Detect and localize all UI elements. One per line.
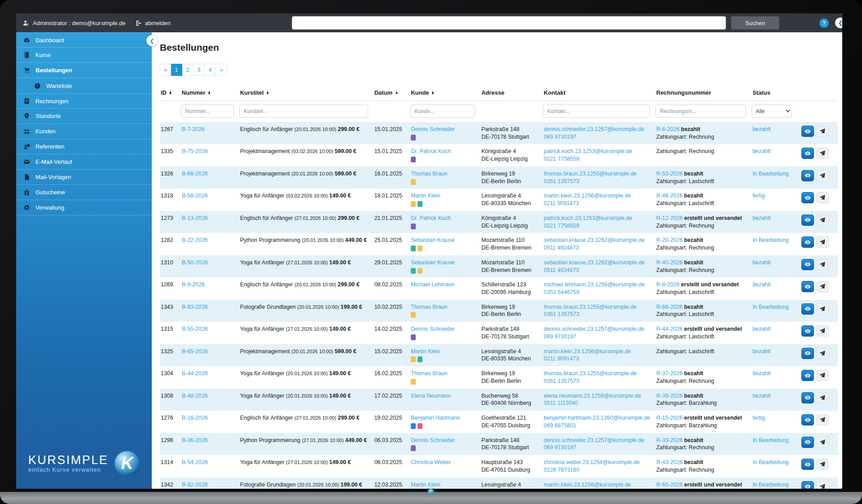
order-number-link[interactable]: B-75-2026 [182,148,208,154]
pagination-page-3[interactable]: 3 [194,64,205,76]
send-order-button[interactable] [816,348,829,359]
pagination-page-4[interactable]: 4 [205,64,216,76]
view-order-button[interactable] [801,370,814,381]
view-order-button[interactable] [801,281,814,292]
sidebar-item-standorte[interactable]: Standorte [16,109,152,124]
view-order-button[interactable] [801,392,814,403]
customer-link[interactable]: Thomas Braun [411,370,447,377]
send-order-button[interactable] [816,259,829,270]
order-number-link[interactable]: B-44-2026 [182,370,208,377]
customer-phone-link[interactable]: 069 6875801 [544,422,576,429]
customer-phone-link[interactable]: 0351 1357573 [544,311,579,317]
order-number-link[interactable]: B-58-2026 [182,193,208,199]
filter-nummer-input[interactable] [181,105,234,118]
customer-email-link[interactable]: dennis.schneider.23.1257@kursimple.de [544,437,644,443]
send-order-button[interactable] [816,237,829,248]
customer-phone-link[interactable]: 069 9730197 [544,333,576,340]
order-number-link[interactable]: B-22-2026 [182,237,208,243]
sidebar-item-referenten[interactable]: Referenten [16,139,152,154]
sidebar-collapse-button[interactable]: ❮ [146,35,158,46]
order-status-link[interactable]: In Bearbeitung [752,437,789,443]
customer-email-link[interactable]: thomas.braun.23.1255@kursimple.de [544,171,637,177]
customer-phone-link[interactable]: 0511 1113040 [544,400,578,406]
order-status-link[interactable]: bezahlt [752,126,770,132]
customer-phone-link[interactable]: 0221 7758559 [544,223,579,229]
column-header-id[interactable]: ID▲▼ [160,87,181,101]
invoice-number-link[interactable]: R-33-2026 [656,437,683,443]
customer-phone-link[interactable]: 0211 9091473 [544,200,579,206]
customer-link[interactable]: Thomas Braun [411,304,447,310]
sidebar-item-dashboard[interactable]: Dashboard [16,32,152,48]
customer-email-link[interactable]: sebastian.krause.23.1262@kursimple.de [544,259,645,266]
invoice-number-link[interactable]: R-12-2026 [656,215,683,221]
invoice-number-link[interactable]: R-44-2026 [656,326,683,332]
customer-link[interactable]: Dr. Patrick Koch [411,148,451,154]
column-header-kunde[interactable]: Kunde▲▼ [410,87,480,101]
order-status-link[interactable]: In Bearbeitung [752,304,789,310]
order-number-link[interactable]: B-9-2026 [182,281,205,288]
customer-email-link[interactable]: michael.lehmann.23.1258@kursimple.de [544,281,645,288]
view-order-button[interactable] [801,325,814,337]
view-order-button[interactable] [801,237,814,248]
send-order-button[interactable] [816,392,829,403]
pagination-prev[interactable]: « [160,64,171,76]
invoice-number-link[interactable]: R-66-2026 [656,304,683,310]
customer-email-link[interactable]: benjamin.hartmann.23.1260@kursimple.de [544,415,650,421]
customer-email-link[interactable]: patrick.koch.23.1253@kursimple.de [544,148,632,154]
order-number-link[interactable]: B-65-2026 [182,348,208,355]
invoice-number-link[interactable]: R-20-2026 [656,237,683,243]
column-header-datum[interactable]: Datum▲ [374,87,410,101]
view-order-button[interactable] [801,481,814,489]
send-order-button[interactable] [816,281,829,292]
customer-email-link[interactable]: dennis.schneider.23.1257@kursimple.de [544,126,644,132]
customer-email-link[interactable]: martin.klein.23.1256@kursimple.de [544,193,631,199]
view-order-button[interactable] [801,459,814,470]
search-button[interactable]: Suchen [731,16,779,30]
pagination-next[interactable]: » [216,64,227,76]
customer-link[interactable]: Martin Klein [411,193,440,199]
order-status-link[interactable]: bezahlt [752,326,770,332]
customer-phone-link[interactable]: 069 9730197 [544,134,576,140]
help-button[interactable]: ? [819,18,829,28]
customer-phone-link[interactable]: 0511 4924873 [544,267,579,273]
sidebar-item-email-verlauf[interactable]: E-Mail-Verlauf [16,154,152,170]
sidebar-item-warteliste[interactable]: Warteliste [16,78,152,93]
order-status-link[interactable]: bezahlt [752,259,770,266]
view-order-button[interactable] [801,170,814,181]
order-status-link[interactable]: bezahlt [752,348,770,355]
customer-email-link[interactable]: dennis.schneider.23.1257@kursimple.de [544,326,644,332]
order-status-link[interactable]: In Bearbeitung [752,482,789,488]
order-status-link[interactable]: bezahlt [752,148,770,154]
send-order-button[interactable] [816,303,829,315]
customer-link[interactable]: Sebastian Krause [411,259,455,266]
customer-link[interactable]: Martin Klein [411,348,440,355]
invoice-number-link[interactable]: R-15-2026 [656,415,683,421]
invoice-number-link[interactable]: R-40-2026 [656,259,683,266]
order-number-link[interactable]: B-7-2026 [182,126,205,132]
invoice-number-link[interactable]: R-53-2026 [656,171,683,177]
customer-link[interactable]: Michael Lehmann [411,281,455,288]
customer-phone-link[interactable]: 0351 1357573 [544,378,579,384]
send-order-button[interactable] [816,437,829,448]
invoice-number-link[interactable]: R-6-2026 [656,126,680,132]
pagination-page-2[interactable]: 2 [182,64,194,76]
view-order-button[interactable] [801,192,814,203]
order-status-link[interactable]: In Bearbeitung [752,171,789,177]
invoice-number-link[interactable]: R-65-2026 [656,482,683,488]
order-status-link[interactable]: fertig [752,415,765,421]
send-order-button[interactable] [816,126,829,137]
order-status-link[interactable]: fertig [752,193,765,199]
view-order-button[interactable] [801,126,814,137]
order-number-link[interactable]: B-55-2026 [182,326,208,332]
customer-phone-link[interactable]: 0228 7973160 [544,467,579,473]
customer-phone-link[interactable]: 069 9730197 [544,444,576,451]
customer-email-link[interactable]: patrick.koch.23.1253@kursimple.de [544,215,632,221]
invoice-number-link[interactable]: R-46-2026 [656,193,683,199]
filter-kunde-input[interactable] [410,105,475,118]
topbar-collapse-button[interactable]: ❮ [835,18,842,28]
view-order-button[interactable] [801,414,814,425]
sidebar-item-kurse[interactable]: Kurse [16,48,152,63]
view-order-button[interactable] [801,437,814,448]
order-number-link[interactable]: B-48-2026 [182,393,208,399]
customer-phone-link[interactable]: 0211 9091473 [544,355,579,362]
